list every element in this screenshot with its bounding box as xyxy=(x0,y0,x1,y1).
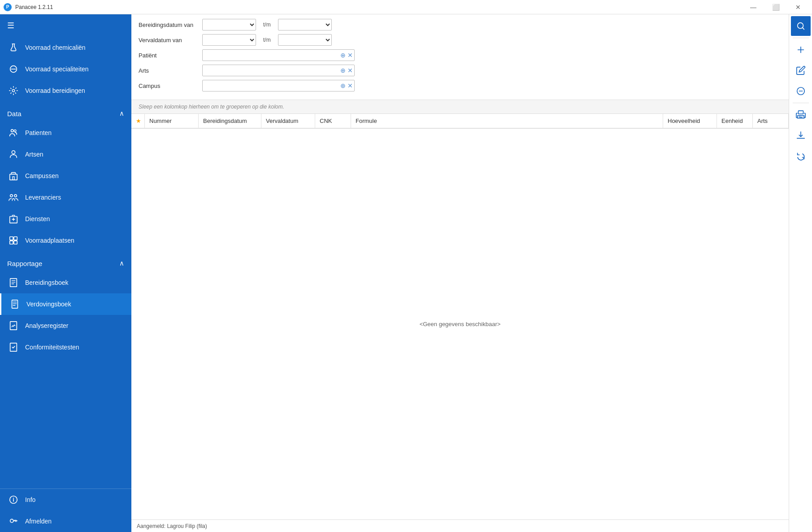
sidebar-label-voorraad-specialiteiten: Voorraad specialiteiten xyxy=(25,65,89,73)
sidebar-item-afmelden[interactable]: Afmelden xyxy=(0,510,131,532)
toolbar-divider-1 xyxy=(793,38,809,38)
col-header-star[interactable]: ★ xyxy=(131,114,145,128)
info-icon xyxy=(7,493,20,506)
sidebar-label-leveranciers: Leveranciers xyxy=(25,194,61,201)
svg-point-4 xyxy=(12,151,15,154)
svg-rect-16 xyxy=(10,322,17,330)
person-icon xyxy=(7,148,20,161)
person-group-icon xyxy=(7,126,20,139)
col-header-hoeveelheid[interactable]: Hoeveelheid xyxy=(663,114,717,128)
hamburger-menu[interactable]: ☰ xyxy=(0,14,131,37)
sidebar-bottom: Info Afmelden xyxy=(0,488,131,532)
svg-rect-14 xyxy=(10,279,17,287)
filter-row-bereidingsdatum: Bereidingsdatum van t/m xyxy=(139,19,782,31)
refresh-icon xyxy=(796,151,806,161)
gear-icon xyxy=(7,84,20,97)
svg-rect-11 xyxy=(14,237,17,240)
toolbar-refresh-button[interactable] xyxy=(791,146,811,166)
svg-rect-13 xyxy=(14,241,17,244)
campus-input[interactable] xyxy=(202,80,355,92)
col-header-nummer[interactable]: Nummer xyxy=(145,114,199,128)
col-header-arts[interactable]: Arts xyxy=(753,114,789,128)
sidebar-item-patienten[interactable]: Patienten xyxy=(0,122,131,144)
svg-rect-10 xyxy=(10,237,13,240)
toolbar-add-button[interactable] xyxy=(791,40,811,60)
sidebar-item-diensten[interactable]: Diensten xyxy=(0,208,131,230)
vervaldatum-van-select[interactable] xyxy=(202,34,256,46)
svg-rect-22 xyxy=(798,111,803,114)
vervaldatum-label: Vervaldatum van xyxy=(139,37,197,44)
statusbar: Aangemeld: Lagrou Filip (fila) xyxy=(131,519,789,532)
bereidingsdatum-tm-select[interactable] xyxy=(278,19,332,31)
sidebar-item-artsen[interactable]: Artsen xyxy=(0,144,131,165)
svg-point-19 xyxy=(10,519,13,522)
sidebar-item-voorraad-bereidingen[interactable]: Voorraad bereidingen xyxy=(0,80,131,101)
sidebar-label-afmelden: Afmelden xyxy=(25,518,52,525)
patient-search-icon[interactable]: ⊕ xyxy=(340,52,346,59)
col-header-cnk[interactable]: CNK xyxy=(315,114,351,128)
sidebar-item-info[interactable]: Info xyxy=(0,489,131,510)
patient-input[interactable] xyxy=(202,49,355,61)
col-header-vervaldatum[interactable]: Vervaldatum xyxy=(261,114,315,128)
arts-clear-icon[interactable]: ✕ xyxy=(347,67,353,74)
app-title: Panacee 1.2.11 xyxy=(15,4,53,10)
no-data-text: <Geen gegevens beschikbaar> xyxy=(420,321,501,327)
sidebar-item-campussen[interactable]: Campussen xyxy=(0,165,131,187)
toolbar-download-button[interactable] xyxy=(791,126,811,145)
bereidingsdatum-van-select[interactable] xyxy=(202,19,256,31)
col-header-bereidingsdatum[interactable]: Bereidingsdatum xyxy=(199,114,261,128)
sidebar-item-verdovingsboek[interactable]: Verdovingsboek xyxy=(0,293,131,315)
section-rapportage-label: Rapportage xyxy=(7,260,42,267)
section-rapportage-header[interactable]: Rapportage ∧ xyxy=(0,255,131,272)
svg-rect-15 xyxy=(12,300,18,308)
col-header-eenheid[interactable]: Eenheid xyxy=(717,114,753,128)
sidebar-item-voorraad-specialiteiten[interactable]: Voorraad specialiteiten xyxy=(0,58,131,80)
doc-list-icon xyxy=(7,276,20,289)
arts-search-icon[interactable]: ⊕ xyxy=(340,67,346,74)
tm-label-1: t/m xyxy=(263,22,271,28)
col-header-formule[interactable]: Formule xyxy=(351,114,663,128)
arts-input-container: ⊕ ✕ xyxy=(202,65,355,76)
edit-icon xyxy=(796,65,806,75)
sidebar-item-conformiteitstesten[interactable]: Conformiteitstesten xyxy=(0,336,131,358)
arts-input-icons: ⊕ ✕ xyxy=(340,67,353,74)
campus-search-icon[interactable]: ⊕ xyxy=(340,82,346,89)
toolbar-remove-button[interactable] xyxy=(791,81,811,101)
arts-label: Arts xyxy=(139,67,197,74)
toolbar-edit-button[interactable] xyxy=(791,61,811,80)
filter-row-vervaldatum: Vervaldatum van t/m xyxy=(139,34,782,46)
sidebar-label-bereidingsboek: Bereidingsboek xyxy=(25,279,69,286)
arts-input[interactable] xyxy=(202,65,355,76)
titlebar: P Panacee 1.2.11 — ⬜ ✕ xyxy=(0,0,812,14)
svg-rect-5 xyxy=(10,174,17,180)
titlebar-left: P Panacee 1.2.11 xyxy=(4,3,53,11)
sidebar-label-artsen: Artsen xyxy=(25,151,43,158)
minimize-button[interactable]: — xyxy=(743,0,764,14)
section-data-chevron: ∧ xyxy=(119,109,124,118)
people-icon xyxy=(7,191,20,204)
sidebar-item-voorraad-chemicalien[interactable]: Voorraad chemicaliën xyxy=(0,37,131,58)
close-button[interactable]: ✕ xyxy=(788,0,808,14)
doc-check-icon xyxy=(7,341,20,353)
sidebar-label-voorraadplaatsen: Voorraadplaatsen xyxy=(25,237,74,244)
flask-icon xyxy=(7,41,20,54)
campus-input-icons: ⊕ ✕ xyxy=(340,82,353,89)
doc-icon xyxy=(9,298,21,310)
maximize-button[interactable]: ⬜ xyxy=(765,0,786,14)
patient-clear-icon[interactable]: ✕ xyxy=(347,52,353,59)
filter-row-arts: Arts ⊕ ✕ xyxy=(139,65,782,76)
sidebar-item-leveranciers[interactable]: Leveranciers xyxy=(0,187,131,208)
campus-clear-icon[interactable]: ✕ xyxy=(347,82,353,89)
toolbar-print-button[interactable] xyxy=(791,105,811,125)
toolbar-search-button[interactable] xyxy=(791,16,811,36)
sidebar-item-voorraadplaatsen[interactable]: Voorraadplaatsen xyxy=(0,230,131,251)
sidebar-label-analyseregister: Analyseregister xyxy=(25,322,69,329)
table-body: <Geen gegevens beschikbaar> xyxy=(131,129,789,519)
sidebar-item-bereidingsboek[interactable]: Bereidingsboek xyxy=(0,272,131,293)
vervaldatum-tm-select[interactable] xyxy=(278,34,332,46)
sidebar-item-analyseregister[interactable]: Analyseregister xyxy=(0,315,131,336)
filter-bar: Bereidingsdatum van t/m Vervaldatum van … xyxy=(131,14,789,100)
section-data-header[interactable]: Data ∧ xyxy=(0,105,131,122)
sidebar-label-patienten: Patienten xyxy=(25,129,52,136)
svg-rect-6 xyxy=(13,177,14,180)
